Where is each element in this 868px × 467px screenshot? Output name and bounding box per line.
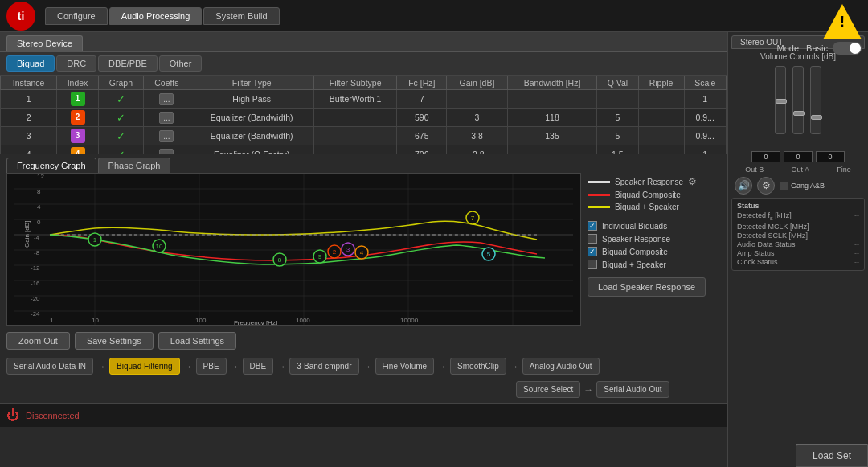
cell-bandwidth: 135 (507, 127, 596, 145)
gang-cb-box[interactable] (780, 182, 788, 190)
signal-chain-2: Source Select → Serial Audio Out (0, 379, 727, 403)
legend-item-speaker-response: Speaker Response ⚙ (588, 176, 720, 187)
chain-pbe[interactable]: PBE (196, 358, 227, 375)
mode-toggle[interactable] (833, 42, 862, 55)
chain-smoothclip[interactable]: SmoothClip (450, 358, 506, 375)
graph-check: ✓ (117, 149, 125, 155)
svg-text:10: 10 (156, 243, 163, 250)
col-scale: Scale (684, 76, 726, 90)
chain-biquad-filtering[interactable]: Biquad Filtering (109, 358, 179, 375)
cell-filter-type: Equalizer (Q Factor) (190, 145, 313, 155)
coeffs-btn[interactable]: ... (159, 149, 174, 155)
legend-item-individual[interactable]: ✓ Individual Biquads (588, 221, 720, 231)
slider-thumb-b[interactable] (776, 99, 787, 104)
status-label-clock: Clock Status (737, 258, 778, 266)
main-area: Stereo Device Biquad DRC DBE/PBE Other I… (0, 32, 868, 467)
cell-instance: 2 (1, 109, 57, 127)
col-gain: Gain [dB] (447, 76, 508, 90)
svg-text:1000: 1000 (296, 317, 310, 324)
svg-text:Frequency [Hz]: Frequency [Hz] (234, 319, 277, 326)
cell-coeffs[interactable]: ... (144, 90, 190, 109)
col-bandwidth: Bandwidth [Hz] (507, 76, 596, 90)
slider-thumb-fine[interactable] (811, 115, 822, 120)
load-set-button[interactable]: Load Set (796, 444, 868, 467)
sub-tab-other[interactable]: Other (159, 55, 203, 72)
gang-checkbox[interactable]: Gang A&B (780, 182, 825, 190)
slider-out-b (775, 66, 786, 146)
legend-label-speaker-cb: Speaker Response (602, 235, 670, 244)
status-label-fs: Detected fs [kHz] (737, 211, 792, 222)
cell-graph: ✓ (98, 109, 143, 127)
legend-item-biquad-cb[interactable]: ✓ Biquad Composite (588, 247, 720, 256)
nav-tab-configure[interactable]: Configure (45, 7, 108, 25)
device-tab[interactable]: Stereo Device (6, 35, 83, 51)
coeffs-btn[interactable]: ... (159, 130, 174, 142)
sub-tab-drc[interactable]: DRC (56, 55, 96, 72)
warning-icon (823, 4, 862, 39)
legend-color-speaker (588, 181, 610, 183)
slider-thumb-a[interactable] (793, 111, 805, 116)
coeffs-btn[interactable]: ... (159, 93, 174, 105)
svg-text:Gain [dB]: Gain [dB] (23, 221, 31, 248)
chain-serial-audio-in[interactable]: Serial Audio Data IN (6, 358, 93, 375)
slider-track-a[interactable] (792, 66, 804, 134)
label-fine: Fine (837, 166, 851, 174)
table-row: 1 1 ✓ ... High Pass ButterWorth 1 7 1 (1, 90, 727, 109)
svg-text:1: 1 (50, 317, 54, 324)
graph-tab-phase[interactable]: Phase Graph (98, 158, 171, 173)
settings-icon[interactable]: ⚙ (757, 177, 775, 195)
mode-row: Mode: Basic (777, 42, 862, 55)
chain-fine-volume[interactable]: Fine Volume (375, 358, 435, 375)
load-settings-button[interactable]: Load Settings (158, 332, 236, 350)
sub-tab-dbe-pbe[interactable]: DBE/PBE (98, 55, 158, 72)
cell-scale: 1 (684, 90, 726, 109)
cell-q-val: 5 (597, 127, 638, 145)
legend-color-biquad-speaker (588, 206, 610, 208)
checkbox-speaker[interactable] (588, 234, 597, 244)
checkbox-biquad[interactable]: ✓ (588, 247, 597, 256)
chain-dbe[interactable]: DBE (243, 358, 274, 375)
status-label-mclk: Detected MCLK [MHz] (737, 223, 809, 231)
mode-label: Mode: (777, 43, 802, 53)
svg-text:12: 12 (37, 174, 44, 180)
app-logo: ti (6, 2, 35, 31)
index-badge: 2 (71, 110, 85, 125)
top-bar: ti Configure Audio Processing System Bui… (0, 0, 868, 32)
speaker-icon[interactable]: 🔊 (735, 177, 752, 195)
nav-tab-audio-processing[interactable]: Audio Processing (109, 7, 203, 25)
legend-label-biquad-composite: Biquad Composite (615, 190, 681, 199)
chain-analog-out[interactable]: Analog Audio Out (522, 358, 600, 375)
cell-gain: 3 (447, 109, 508, 127)
cell-q-val: 1.5 (597, 145, 638, 155)
svg-text:-12: -12 (31, 264, 40, 272)
nav-tab-system-build[interactable]: System Build (203, 7, 279, 25)
cell-filter-subtype (313, 127, 397, 145)
checkbox-biquad-speaker[interactable] (588, 260, 597, 269)
label-out-b: Out B (745, 166, 764, 174)
checkbox-individual[interactable]: ✓ (588, 221, 597, 231)
legend-item-biquad-speaker-cb[interactable]: Biquad + Speaker (588, 260, 720, 269)
legend-color-biquad (588, 194, 610, 196)
cell-index: 3 (57, 127, 99, 145)
graph-tab-frequency[interactable]: Frequency Graph (6, 158, 96, 173)
slider-track-b[interactable] (775, 66, 786, 134)
legend-item-speaker-cb[interactable]: Speaker Response (588, 234, 720, 244)
save-settings-button[interactable]: Save Settings (75, 332, 154, 350)
gear-icon[interactable]: ⚙ (688, 176, 697, 187)
table-row: 3 3 ✓ ... Equalizer (Bandwidth) 675 3.8 … (1, 127, 727, 145)
slider-fine (810, 66, 821, 146)
chain-3band[interactable]: 3-Band cmpndr (289, 358, 358, 375)
cell-gain: -2.8 (447, 145, 508, 155)
cell-fc: 590 (397, 109, 447, 127)
svg-text:-4: -4 (34, 234, 40, 241)
slider-track-fine[interactable] (810, 66, 821, 134)
sub-tab-biquad[interactable]: Biquad (6, 55, 55, 72)
load-speaker-response-button[interactable]: Load Speaker Response (588, 277, 706, 297)
legend-item-biquad-speaker: Biquad + Speaker (588, 203, 720, 211)
zoom-out-button[interactable]: Zoom Out (6, 332, 70, 350)
chain-serial-out[interactable]: Serial Audio Out (596, 381, 669, 398)
arrow-7: → (510, 361, 519, 372)
chain-source-select[interactable]: Source Select (516, 381, 580, 398)
cell-gain (447, 90, 508, 109)
coeffs-btn[interactable]: ... (159, 112, 174, 124)
